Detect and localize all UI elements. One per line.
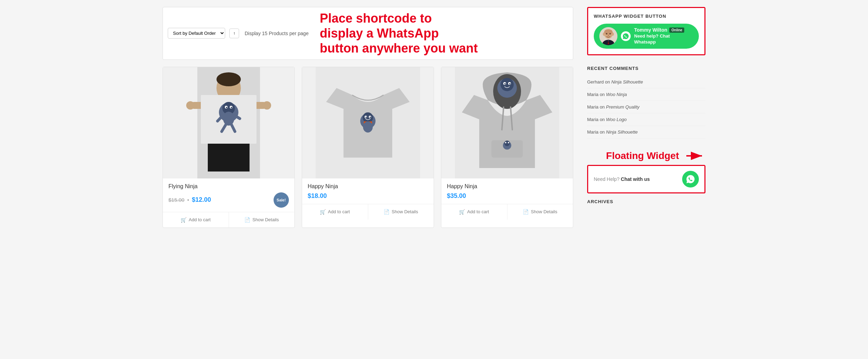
price-new: $12.00: [192, 196, 211, 204]
svg-point-26: [370, 117, 371, 118]
page-wrapper: Sort by Default Order ↑ Display 15 Produ…: [156, 0, 712, 235]
agent-name: Tommy Wilton: [634, 27, 667, 33]
widget-box-title: WHATSAPP WIDGET BUTTON: [594, 14, 699, 19]
details-icon: 📄: [384, 209, 389, 215]
main-content: Sort by Default Order ↑ Display 15 Produ…: [163, 7, 573, 228]
price-regular: $35.00: [447, 192, 466, 200]
product-price-row: $18.00: [308, 192, 428, 200]
svg-point-36: [509, 83, 511, 85]
show-details-button-1[interactable]: 📄 Show Details: [229, 212, 295, 228]
details-icon: 📄: [244, 217, 250, 223]
show-details-button-3[interactable]: 📄 Show Details: [507, 204, 573, 220]
cart-icon: 🛒: [459, 209, 465, 215]
floating-annotation: Floating Widget: [587, 149, 705, 163]
product-info: Flying Ninja $15.00 • $12.00 Sale!: [163, 178, 294, 208]
product-card: Happy Ninja $18.00 🛒 Add to cart 📄 Show …: [302, 67, 434, 228]
floating-widget-label: Floating Widget: [606, 150, 679, 161]
details-icon: 📄: [523, 209, 529, 215]
floating-widget-text: Need Help? Chat with us: [594, 176, 650, 182]
svg-point-50: [609, 33, 611, 34]
svg-point-15: [223, 112, 234, 126]
products-grid: Flying Ninja $15.00 • $12.00 Sale! 🛒 Add…: [163, 67, 573, 228]
add-to-cart-button-2[interactable]: 🛒 Add to cart: [302, 204, 368, 220]
sort-select[interactable]: Sort by Default Order: [168, 28, 225, 39]
svg-point-49: [606, 33, 607, 34]
product-info: Happy Ninja $18.00: [302, 178, 434, 200]
comment-item: Gerhard on Ninja Silhouette: [587, 76, 705, 88]
svg-point-43: [508, 142, 509, 143]
sort-direction-button[interactable]: ↑: [229, 29, 239, 38]
svg-point-22: [363, 112, 373, 123]
svg-point-48: [604, 29, 613, 35]
cart-icon: 🛒: [181, 217, 187, 223]
price-separator: •: [187, 197, 189, 203]
agent-info: Tommy Wilton Online Need help? Chat What…: [634, 27, 693, 45]
svg-point-35: [504, 83, 506, 85]
whatsapp-widget-box: WHATSAPP WIDGET BUTTON: [587, 7, 705, 55]
svg-point-42: [505, 142, 506, 143]
show-details-button-2[interactable]: 📄 Show Details: [368, 204, 434, 220]
product-actions: 🛒 Add to cart 📄 Show Details: [302, 204, 434, 220]
product-card: Happy Ninja $35.00 🛒 Add to cart 📄 Show …: [441, 67, 573, 228]
svg-point-51: [608, 35, 609, 36]
product-name: Happy Ninja: [308, 183, 428, 190]
whatsapp-icon: [621, 31, 631, 41]
svg-point-7: [216, 72, 241, 86]
shortcode-annotation: Place shortcode to display a WhatsApp bu…: [320, 11, 478, 56]
svg-point-5: [263, 101, 271, 110]
floating-whatsapp-button[interactable]: [682, 171, 699, 188]
product-name: Flying Ninja: [168, 183, 289, 190]
svg-point-41: [504, 141, 510, 146]
comment-item: Maria on Premium Quality: [587, 101, 705, 113]
svg-point-28: [363, 121, 373, 133]
product-card: Flying Ninja $15.00 • $12.00 Sale! 🛒 Add…: [163, 67, 295, 228]
product-image-happy-ninja-hoodie: [441, 67, 573, 178]
product-image-flying-ninja: [163, 67, 294, 178]
comment-item: Maria on Woo Ninja: [587, 88, 705, 101]
svg-point-13: [226, 107, 227, 108]
comment-item: Maria on Ninja Silhouette: [587, 126, 705, 138]
toolbar: Sort by Default Order ↑ Display 15 Produ…: [163, 7, 573, 60]
cart-icon: 🛒: [320, 209, 326, 215]
product-name: Happy Ninja: [447, 183, 567, 190]
whatsapp-button-preview[interactable]: Tommy Wilton Online Need help? Chat What…: [594, 24, 699, 49]
floating-widget-box: Need Help? Chat with us: [587, 165, 705, 193]
recent-comments-title: RECENT COMMENTS: [587, 66, 705, 71]
svg-point-25: [365, 117, 367, 118]
price-old: $15.00: [168, 197, 184, 203]
price-regular: $18.00: [308, 192, 327, 200]
agent-cta: Need help? Chat Whatsapp: [634, 33, 693, 45]
online-badge: Online: [669, 27, 684, 33]
agent-avatar: [599, 27, 617, 45]
archives-title: ARCHIVES: [587, 199, 705, 204]
add-to-cart-button-3[interactable]: 🛒 Add to cart: [441, 204, 507, 220]
sale-badge: Sale!: [274, 192, 289, 208]
agent-name-row: Tommy Wilton Online: [634, 27, 693, 33]
red-arrow: [685, 149, 705, 163]
product-actions: 🛒 Add to cart 📄 Show Details: [163, 212, 294, 228]
sidebar: WHATSAPP WIDGET BUTTON: [587, 7, 705, 228]
product-image-happy-ninja-tshirt: [302, 67, 434, 178]
comment-item: Maria on Woo Logo: [587, 113, 705, 126]
product-info: Happy Ninja $35.00: [441, 178, 573, 200]
svg-point-32: [500, 78, 514, 91]
product-price-row: $35.00: [447, 192, 567, 200]
add-to-cart-button-1[interactable]: 🛒 Add to cart: [163, 212, 229, 228]
product-actions: 🛒 Add to cart 📄 Show Details: [441, 204, 573, 220]
svg-point-14: [231, 107, 232, 108]
per-page-label: Display 15 Products per page: [245, 31, 309, 36]
svg-point-4: [186, 101, 195, 110]
product-price-row: $15.00 • $12.00 Sale!: [168, 192, 289, 208]
recent-comments-section: RECENT COMMENTS Gerhard on Ninja Silhoue…: [587, 66, 705, 138]
